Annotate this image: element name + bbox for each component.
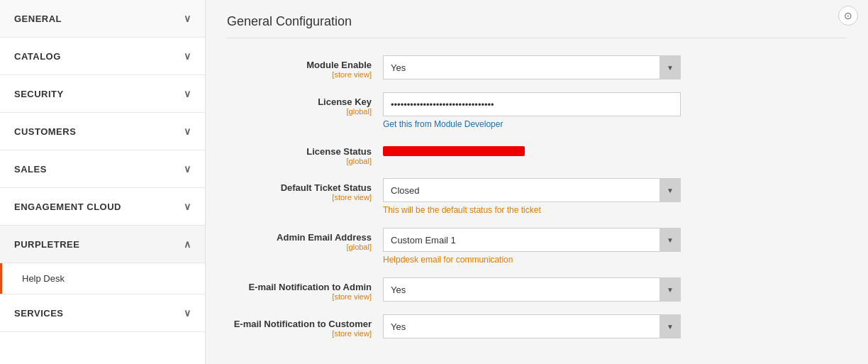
chevron-down-icon: ∨ [184, 163, 191, 175]
module-enable-select[interactable]: Yes No [383, 55, 681, 79]
field-label-email-admin: E-mail Notification to Admin [227, 282, 372, 292]
license-key-hint[interactable]: Get this from Module Developer [383, 119, 681, 129]
sidebar-item-help-desk[interactable]: Help Desk [0, 263, 205, 294]
default-ticket-status-select[interactable]: Closed Open Pending [383, 178, 681, 202]
chevron-down-icon: ∨ [184, 88, 191, 99]
chevron-down-icon: ∨ [184, 50, 191, 62]
sidebar-item-label: PURPLETREE [14, 239, 79, 250]
admin-email-select[interactable]: Custom Email 1 Custom Email 2 [383, 228, 681, 252]
page-title: General Configuration [227, 14, 847, 38]
sidebar-item-purpletree[interactable]: PURPLETREE ∧ [0, 226, 205, 263]
sidebar-item-label: CUSTOMERS [14, 126, 76, 137]
chevron-down-icon: ∨ [184, 307, 191, 319]
sidebar-item-security[interactable]: SECURITY ∨ [0, 75, 205, 113]
field-email-notification-admin: E-mail Notification to Admin [store view… [227, 277, 847, 302]
field-default-ticket-status: Default Ticket Status [store view] Close… [227, 178, 847, 215]
field-label-email-customer: E-mail Notification to Customer [227, 319, 372, 329]
chevron-down-icon: ∨ [184, 201, 191, 212]
sidebar-item-label: CATALOG [14, 51, 61, 62]
sidebar-item-customers[interactable]: CUSTOMERS ∨ [0, 113, 205, 150]
field-scope-admin-email: [global] [227, 243, 372, 251]
email-notification-admin-select[interactable]: Yes No [383, 277, 681, 302]
main-content: General Configuration Module Enable [sto… [206, 0, 868, 364]
default-ticket-status-hint: This will be the default status for the … [383, 205, 681, 215]
field-license-key: License Key [global] Get this from Modul… [227, 92, 847, 129]
email-notification-customer-select[interactable]: Yes No [383, 314, 681, 338]
sidebar-submenu-label: Help Desk [22, 273, 65, 284]
field-scope-default-ticket-status: [store view] [227, 193, 372, 202]
field-label-admin-email: Admin Email Address [227, 232, 372, 243]
sidebar-item-services[interactable]: SERVICES ∨ [0, 294, 205, 332]
field-scope-module-enable: [store view] [227, 70, 372, 79]
field-scope-license-key: [global] [227, 107, 372, 116]
chevron-down-icon: ∨ [184, 13, 191, 24]
field-scope-license-status: [global] [227, 157, 372, 165]
sidebar: GENERAL ∨ CATALOG ∨ SECURITY ∨ CUSTOMERS… [0, 0, 206, 364]
field-scope-email-customer: [store view] [227, 329, 372, 338]
collapse-icon-glyph: ⊙ [844, 10, 852, 21]
collapse-icon[interactable]: ⊙ [838, 6, 858, 26]
sidebar-item-label: SALES [14, 164, 47, 175]
sidebar-item-engagement-cloud[interactable]: ENGAGEMENT CLOUD ∨ [0, 188, 205, 226]
field-scope-email-admin: [store view] [227, 292, 372, 301]
sidebar-item-label: ENGAGEMENT CLOUD [14, 202, 121, 212]
field-module-enable: Module Enable [store view] Yes No ▼ [227, 55, 847, 79]
sidebar-item-label: GENERAL [14, 13, 62, 24]
sidebar-item-label: SECURITY [14, 89, 64, 99]
sidebar-item-catalog[interactable]: CATALOG ∨ [0, 38, 205, 75]
chevron-down-icon: ∨ [184, 126, 191, 137]
sidebar-item-label: SERVICES [14, 308, 64, 319]
field-admin-email-address: Admin Email Address [global] Custom Emai… [227, 228, 847, 265]
field-label-default-ticket-status: Default Ticket Status [227, 182, 372, 193]
field-license-status: License Status [global] [227, 142, 847, 165]
purpletree-submenu: Help Desk [0, 263, 205, 294]
field-label-license-status: License Status [227, 146, 372, 157]
sidebar-item-general[interactable]: GENERAL ∨ [0, 0, 205, 38]
field-label-module-enable: Module Enable [227, 60, 372, 70]
sidebar-item-sales[interactable]: SALES ∨ [0, 150, 205, 188]
field-label-license-key: License Key [227, 96, 372, 107]
license-key-input[interactable] [383, 92, 681, 116]
field-email-notification-customer: E-mail Notification to Customer [store v… [227, 314, 847, 338]
admin-email-hint: Helpdesk email for communication [383, 255, 681, 265]
chevron-up-icon: ∧ [184, 238, 191, 250]
license-status-bar [383, 146, 525, 156]
